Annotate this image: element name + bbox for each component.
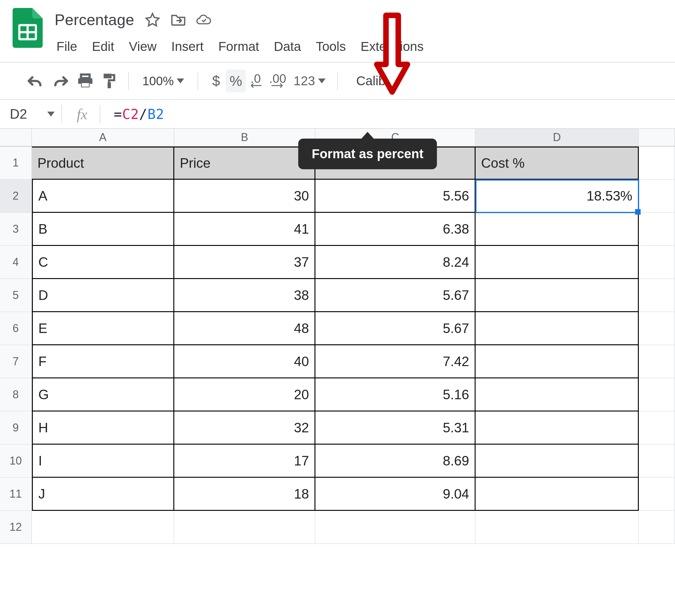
cell-c4[interactable]: 8.24 — [315, 246, 475, 279]
cell-d9[interactable] — [475, 412, 639, 445]
cell-b9[interactable]: 32 — [174, 412, 315, 445]
cell-c12[interactable] — [315, 511, 475, 544]
row-header-6[interactable]: 6 — [0, 312, 32, 345]
move-to-folder-icon[interactable] — [170, 12, 186, 27]
cell-d7[interactable] — [475, 345, 639, 378]
zoom-dropdown[interactable]: 100% — [137, 70, 190, 92]
cell-a12[interactable] — [32, 511, 174, 544]
redo-button[interactable] — [48, 70, 73, 92]
paint-format-button[interactable] — [97, 70, 120, 92]
cell-b3[interactable]: 41 — [174, 213, 315, 246]
name-box[interactable]: D2 — [0, 106, 61, 122]
row-header-11[interactable]: 11 — [0, 478, 32, 511]
cell-a1[interactable]: Product — [32, 147, 174, 180]
cell-a11[interactable]: J — [32, 478, 174, 511]
format-percent-button[interactable]: % — [226, 70, 246, 92]
font-family-dropdown[interactable]: Calibri — [346, 70, 403, 92]
format-currency-button[interactable]: $ — [206, 70, 226, 92]
row-header-5[interactable]: 5 — [0, 279, 32, 312]
cell-d4[interactable] — [475, 246, 639, 279]
more-formats-dropdown[interactable]: 123 — [290, 70, 329, 92]
menu-data[interactable]: Data — [274, 39, 301, 54]
increase-decimal-button[interactable]: .00 — [266, 70, 290, 92]
cell-e12[interactable] — [639, 511, 675, 544]
cell-e3[interactable] — [639, 213, 675, 246]
row-header-1[interactable]: 1 — [0, 147, 32, 180]
row-header-4[interactable]: 4 — [0, 246, 32, 279]
cell-d12[interactable] — [475, 511, 639, 544]
cell-b6[interactable]: 48 — [174, 312, 315, 345]
cell-e6[interactable] — [639, 312, 675, 345]
cell-e9[interactable] — [639, 412, 675, 445]
cell-d3[interactable] — [475, 213, 639, 246]
cell-c8[interactable]: 5.16 — [315, 378, 475, 412]
cell-e2[interactable] — [639, 180, 675, 213]
cell-e4[interactable] — [639, 246, 675, 279]
row-header-2[interactable]: 2 — [0, 180, 32, 213]
formula-input[interactable]: =C2/B2 — [100, 106, 164, 122]
cell-c11[interactable]: 9.04 — [315, 478, 475, 511]
doc-title[interactable]: Percentage — [55, 11, 134, 29]
cell-a7[interactable]: F — [32, 345, 174, 378]
cell-a6[interactable]: E — [32, 312, 174, 345]
row-header-3[interactable]: 3 — [0, 213, 32, 246]
cell-b12[interactable] — [174, 511, 315, 544]
cell-a9[interactable]: H — [32, 412, 174, 445]
cell-d6[interactable] — [475, 312, 639, 345]
print-button[interactable] — [73, 70, 97, 92]
menu-file[interactable]: File — [57, 39, 77, 54]
menu-extensions[interactable]: Extensions — [361, 39, 424, 54]
row-header-9[interactable]: 9 — [0, 412, 32, 445]
cell-e7[interactable] — [639, 345, 675, 378]
cell-b5[interactable]: 38 — [174, 279, 315, 312]
col-header-d[interactable]: D — [475, 129, 639, 146]
row-header-10[interactable]: 10 — [0, 445, 32, 478]
select-all-corner[interactable] — [0, 129, 32, 146]
cell-d11[interactable] — [475, 478, 639, 511]
menu-format[interactable]: Format — [218, 39, 259, 54]
cell-b7[interactable]: 40 — [174, 345, 315, 378]
cell-e1[interactable] — [639, 147, 675, 180]
cell-a2[interactable]: A — [32, 180, 174, 213]
cell-b4[interactable]: 37 — [174, 246, 315, 279]
undo-button[interactable] — [23, 70, 48, 92]
col-header-b[interactable]: B — [174, 129, 315, 146]
cell-c7[interactable]: 7.42 — [315, 345, 475, 378]
cell-b1[interactable]: Price — [174, 147, 315, 180]
menu-insert[interactable]: Insert — [171, 39, 204, 54]
cell-c3[interactable]: 6.38 — [315, 213, 475, 246]
cell-d5[interactable] — [475, 279, 639, 312]
menu-view[interactable]: View — [129, 39, 156, 54]
cell-c2[interactable]: 5.56 — [315, 180, 475, 213]
cell-a5[interactable]: D — [32, 279, 174, 312]
star-icon[interactable] — [145, 12, 160, 27]
row-header-7[interactable]: 7 — [0, 345, 32, 378]
cell-c10[interactable]: 8.69 — [315, 445, 475, 478]
cell-e5[interactable] — [639, 279, 675, 312]
sheets-logo[interactable] — [7, 8, 47, 48]
row-header-8[interactable]: 8 — [0, 378, 32, 412]
cell-a3[interactable]: B — [32, 213, 174, 246]
cell-b11[interactable]: 18 — [174, 478, 315, 511]
cell-b2[interactable]: 30 — [174, 180, 315, 213]
cell-e10[interactable] — [639, 445, 675, 478]
cell-e11[interactable] — [639, 478, 675, 511]
cloud-status-icon[interactable] — [196, 12, 212, 27]
cell-d8[interactable] — [475, 378, 639, 412]
col-header-a[interactable]: A — [32, 129, 174, 146]
decrease-decimal-button[interactable]: .0 — [246, 70, 266, 92]
cell-e8[interactable] — [639, 378, 675, 412]
cell-c5[interactable]: 5.67 — [315, 279, 475, 312]
cell-d10[interactable] — [475, 445, 639, 478]
cell-b10[interactable]: 17 — [174, 445, 315, 478]
menu-tools[interactable]: Tools — [316, 39, 346, 54]
cell-a10[interactable]: I — [32, 445, 174, 478]
cell-d1[interactable]: Cost % — [475, 147, 639, 180]
cell-a4[interactable]: C — [32, 246, 174, 279]
menu-edit[interactable]: Edit — [92, 39, 114, 54]
cell-c9[interactable]: 5.31 — [315, 412, 475, 445]
cell-d2[interactable]: 18.53% — [475, 180, 639, 213]
cell-a8[interactable]: G — [32, 378, 174, 412]
cell-b8[interactable]: 20 — [174, 378, 315, 412]
cell-c6[interactable]: 5.67 — [315, 312, 475, 345]
